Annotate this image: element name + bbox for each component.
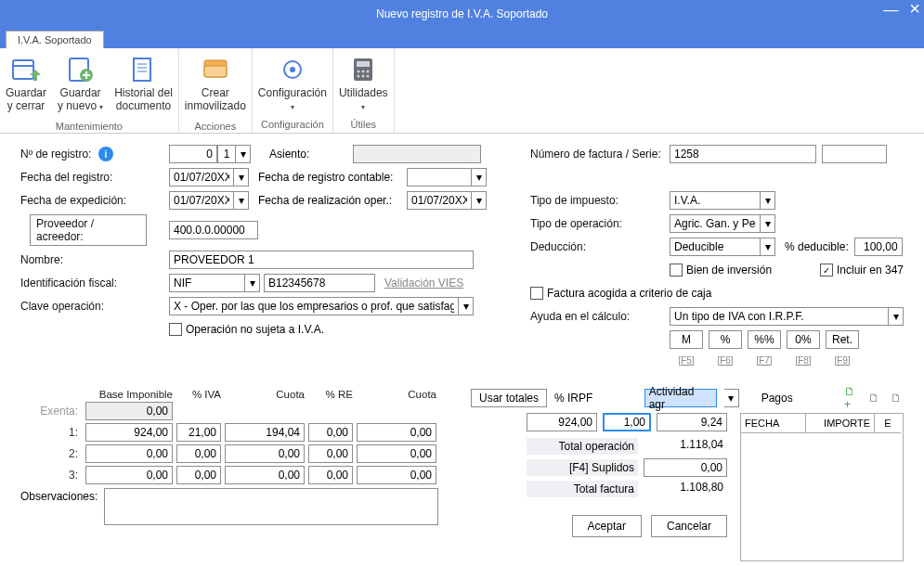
suplidos[interactable] xyxy=(644,458,727,477)
svg-point-13 xyxy=(290,67,295,72)
cell-2-iva[interactable] xyxy=(176,444,221,463)
calc-help-input[interactable] xyxy=(670,307,889,326)
save-new-l2: y nuevo xyxy=(58,99,97,112)
minimize-button[interactable]: — xyxy=(883,2,898,19)
gh-pctiva: % IVA xyxy=(176,389,221,400)
lbl-no-iva: Operación no sujeta a I.V.A. xyxy=(186,323,324,336)
calc-btn-0pct[interactable]: 0% xyxy=(787,330,820,349)
cell-1-base[interactable] xyxy=(85,423,173,442)
reg-date-drop[interactable]: ▾ xyxy=(234,168,249,187)
chk-no-iva[interactable] xyxy=(169,323,182,336)
cell-3-cuota[interactable] xyxy=(225,466,305,484)
use-totals-button[interactable]: Usar totales xyxy=(471,389,547,407)
cell-1-iva[interactable] xyxy=(176,423,221,442)
info-icon[interactable]: i xyxy=(98,147,113,161)
cell-1-re[interactable] xyxy=(308,423,353,442)
reg-date-input[interactable] xyxy=(169,168,234,187)
irpf-pct[interactable]: 1,00 xyxy=(603,413,651,431)
cell-2-base[interactable] xyxy=(85,444,173,463)
history-icon xyxy=(127,54,159,85)
save-close-button[interactable]: Guardary cerrar xyxy=(0,50,52,117)
history-button[interactable]: Historial deldocumento xyxy=(109,50,178,117)
invoice-series-input[interactable] xyxy=(822,145,887,163)
hint-f5: [F5] xyxy=(670,355,703,366)
oper-key-input[interactable] xyxy=(169,297,459,315)
acct-date-input[interactable] xyxy=(407,168,472,187)
close-button[interactable]: × xyxy=(909,2,920,19)
lbl-reg-date: Fecha del registro: xyxy=(20,171,169,184)
cell-1-cuota[interactable] xyxy=(225,423,305,442)
lbl-suplidos[interactable]: [F4] Suplidos xyxy=(527,459,638,476)
reg-no-input[interactable] xyxy=(169,145,217,163)
irpf-activity-drop[interactable]: ▾ xyxy=(724,389,739,407)
cell-2-re[interactable] xyxy=(308,444,353,463)
lbl-irpf: % IRPF xyxy=(554,392,592,405)
grid-row-3: 3: xyxy=(20,466,454,484)
util-button[interactable]: Utilidades▾ xyxy=(333,50,394,115)
save-new-button[interactable]: Guardary nuevo ▾ xyxy=(52,50,109,117)
hint-f6: [F6] xyxy=(709,355,742,366)
lbl-reg-no: Nº de registro: i xyxy=(20,147,169,161)
accept-button[interactable]: Aceptar xyxy=(572,515,642,537)
pct-ded-input[interactable] xyxy=(854,238,903,256)
lbl-invest: Bien de inversión xyxy=(686,264,772,277)
create-asset-button[interactable]: Crearinmovilizado xyxy=(179,50,252,117)
cell-3-base[interactable] xyxy=(85,466,173,484)
provider-code-input[interactable] xyxy=(169,221,258,239)
oper-key-drop[interactable]: ▾ xyxy=(459,297,474,315)
cell-3-re[interactable] xyxy=(308,466,353,484)
acct-date-drop[interactable]: ▾ xyxy=(472,168,487,187)
irpf-activity-select[interactable]: Actividad agr xyxy=(644,389,717,407)
irpf-cuota[interactable] xyxy=(657,413,727,431)
tax-type-input[interactable] xyxy=(670,191,761,210)
fiscal-num-input[interactable] xyxy=(264,274,375,292)
svg-rect-6 xyxy=(134,58,150,81)
svg-point-18 xyxy=(367,71,370,73)
exp-date-drop[interactable]: ▾ xyxy=(234,191,249,210)
cancel-button[interactable]: Cancelar xyxy=(651,515,727,537)
tax-type-drop[interactable]: ▾ xyxy=(761,191,775,210)
cell-2-cuota[interactable] xyxy=(225,444,305,463)
save-new-l1: Guardar xyxy=(60,86,101,99)
exp-date-input[interactable] xyxy=(169,191,234,210)
oper-type-input[interactable] xyxy=(670,214,761,233)
name-input[interactable] xyxy=(169,251,474,269)
reg-series-drop[interactable]: ▾ xyxy=(236,145,251,163)
vies-link[interactable]: Validación VIES xyxy=(384,277,463,289)
calc-btn-pctpct[interactable]: %% xyxy=(748,330,781,349)
chk-cash[interactable] xyxy=(530,287,543,300)
cell-2-cuota2[interactable] xyxy=(357,444,436,463)
calc-help-drop[interactable]: ▾ xyxy=(889,307,904,326)
edit-page-icon[interactable]: 🗋 xyxy=(866,391,881,405)
deduction-input[interactable] xyxy=(670,238,761,256)
pagos-table[interactable]: FECHA IMPORTE E xyxy=(740,413,904,561)
observ-textarea[interactable] xyxy=(104,488,438,525)
calc-btn-pct[interactable]: % xyxy=(709,330,742,349)
util-l1: Utilidades xyxy=(339,86,388,99)
save-close-icon xyxy=(10,54,42,85)
oper-date-drop[interactable]: ▾ xyxy=(472,191,487,210)
irpf-base[interactable] xyxy=(527,413,597,431)
lbl-r1: 1: xyxy=(20,426,82,439)
oper-date-input[interactable] xyxy=(407,191,472,210)
lbl-total-oper: Total operación xyxy=(527,438,638,455)
deduction-drop[interactable]: ▾ xyxy=(761,238,775,256)
del-page-icon[interactable]: 🗋 xyxy=(889,391,904,405)
cell-1-cuota2[interactable] xyxy=(357,423,436,442)
cell-3-cuota2[interactable] xyxy=(357,466,436,484)
chk-347[interactable]: ✓ xyxy=(820,264,833,277)
add-page-icon[interactable]: 🗋+ xyxy=(844,391,859,405)
calc-btn-ret[interactable]: Ret. xyxy=(826,330,859,349)
config-button[interactable]: Configuración▾ xyxy=(253,50,332,115)
invoice-no-input[interactable] xyxy=(670,145,816,163)
reg-series-input[interactable] xyxy=(217,145,236,163)
chk-invest[interactable] xyxy=(670,264,683,277)
calc-btn-m[interactable]: M xyxy=(670,330,703,349)
create-asset-icon xyxy=(200,54,231,85)
tab-iva-soportado[interactable]: I.V.A. Soportado xyxy=(6,31,104,48)
cell-3-iva[interactable] xyxy=(176,466,221,484)
lbl-provider[interactable]: Proveedor / acreedor: xyxy=(30,214,147,246)
fiscal-type-input[interactable] xyxy=(169,274,245,292)
fiscal-type-drop[interactable]: ▾ xyxy=(245,274,260,292)
oper-type-drop[interactable]: ▾ xyxy=(761,214,775,233)
